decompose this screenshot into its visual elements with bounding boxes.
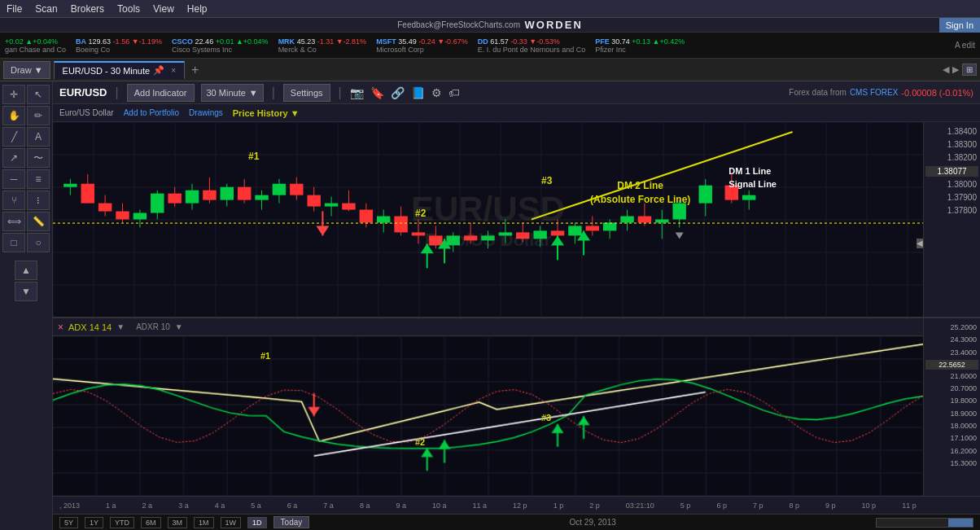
window-icon[interactable]: ⊞ (962, 64, 977, 76)
chart-icon3[interactable]: 🔗 (391, 86, 405, 99)
indicator-chart[interactable] (53, 336, 923, 496)
tab-close-button[interactable]: × (171, 66, 176, 75)
new-tab-button[interactable]: + (188, 63, 202, 77)
up-tool[interactable]: ▲ (15, 261, 37, 280)
time-label: 1 p (553, 502, 564, 510)
time-label: 12 p (513, 502, 527, 510)
add-to-portfolio-link[interactable]: Add to Portfolio (124, 108, 179, 117)
time-label: 4 a (215, 502, 225, 510)
ticker-item[interactable]: PFE 30.74 +0.13 ▲+0.42% Pfizer Inc (595, 37, 685, 54)
arrow-tool[interactable]: ↖ (27, 85, 50, 104)
chart-icon4[interactable]: 📘 (411, 86, 425, 99)
menu-tools[interactable]: Tools (117, 3, 140, 15)
feedback-email: Feedback@FreeStockCharts.com (397, 20, 520, 29)
chart-toolbar: EUR/USD | Add Indicator 30 Minute ▼ | Se… (53, 81, 980, 104)
line-tool[interactable]: ╱ (2, 127, 25, 147)
date-label: Oct 29, 2013 (570, 518, 616, 527)
drawings-link[interactable]: Drawings (189, 108, 223, 117)
ticker-item[interactable]: MSFT 35.49 -0.24 ▼-0.67% Microsoft Corp (376, 37, 468, 54)
time-label: 10 a (432, 502, 447, 510)
sign-in-button[interactable]: Sign In (939, 18, 980, 33)
chart-scrollbar[interactable] (876, 518, 973, 528)
draw-chevron-icon: ▼ (34, 65, 43, 75)
indicator-price-level: 18.0000 (924, 420, 980, 432)
time-labels: , 2013 1 a 2 a 3 a 4 a 5 a 6 a 7 a 8 a 9… (59, 502, 973, 510)
indicator-axis: 25.2000 24.3000 23.4000 22.5652 21.6000 … (923, 318, 980, 496)
time-axis: , 2013 1 a 2 a 3 a 4 a 5 a 6 a 7 a 8 a 9… (53, 496, 980, 514)
price-level: 1.38400 (924, 125, 980, 138)
ticker-item[interactable]: CSCO 22.46 +0.01 ▲+0.04% Cisco Systems I… (172, 37, 269, 54)
scrollbar-thumb[interactable] (948, 519, 973, 527)
nav-right-icon[interactable]: ▶ (952, 64, 959, 75)
add-indicator-button[interactable]: Add Indicator (127, 84, 195, 102)
indicator-price-level: 21.6000 (924, 370, 980, 383)
chart-icon6[interactable]: 🏷 (448, 86, 460, 99)
down-tool[interactable]: ▼ (15, 282, 37, 301)
menu-help[interactable]: Help (187, 3, 208, 15)
adxr-label: ADXR 10 (136, 322, 170, 331)
ticker-item[interactable]: DD 61.57 -0.33 ▼-0.53% E. I. du Pont de … (478, 37, 586, 54)
time-label: 9 p (825, 502, 836, 510)
fib-tool[interactable]: ⫶ (27, 191, 50, 210)
menu-view[interactable]: View (153, 3, 174, 15)
adx-chevron-icon[interactable]: ▼ (116, 322, 125, 331)
settings-button[interactable]: Settings (283, 84, 330, 102)
ticker-item[interactable]: BA 129.63 -1.56 ▼-1.19% Boeing Co (76, 37, 162, 54)
menu-scan[interactable]: Scan (35, 3, 57, 15)
price-level: 1.37900 (924, 191, 980, 204)
nav-left-icon[interactable]: ◀ (943, 64, 949, 75)
tab-icon: 📌 (153, 65, 164, 76)
time-label: 5 p (680, 502, 691, 510)
indicator-price-level: 16.2000 (924, 445, 980, 458)
period-1d[interactable]: 1D (247, 517, 267, 528)
rect-tool[interactable]: □ (2, 233, 25, 252)
time-label: 3 a (178, 502, 189, 510)
main-area: ✛ ↖ ✋ ✏ ╱ A ↗ 〜 ─ ≡ ⑂ ⫶ ⟺ 📏 □ ○ (0, 81, 980, 530)
channel-tool[interactable]: ≡ (27, 169, 50, 189)
chart-icon5[interactable]: ⚙ (431, 86, 442, 99)
menu-brokers[interactable]: Brokers (71, 3, 104, 15)
chart-tab[interactable]: EUR/USD - 30 Minute 📌 × (54, 61, 185, 79)
indicator-price-level: 17.1000 (924, 432, 980, 445)
price-history-chevron-icon: ▼ (291, 108, 300, 118)
period-6m[interactable]: 6M (141, 517, 161, 528)
chart-icon2[interactable]: 🔖 (370, 86, 384, 99)
axis-drag-handle[interactable]: ◀ (917, 239, 923, 248)
price-chart[interactable] (53, 122, 923, 317)
crosshair-tool[interactable]: ✛ (2, 85, 25, 104)
chart-icon1[interactable]: 📷 (350, 86, 364, 99)
price-history-dropdown[interactable]: Price History ▼ (233, 108, 300, 118)
ticker-item[interactable]: MRK 45.23 -1.31 ▼-2.81% Merck & Co (278, 37, 367, 54)
ticker-item[interactable]: +0.02 ▲+0.04% gan Chase and Co (5, 37, 66, 54)
period-1m[interactable]: 1M (194, 517, 214, 528)
period-5y[interactable]: 5Y (59, 517, 78, 528)
indicator-price-level: 24.3000 (924, 334, 980, 346)
canvas-container[interactable]: EUR/USD Euro/US Dollar DM 2 Line(Absolut… (53, 122, 923, 317)
move-tool[interactable]: ✋ (2, 106, 25, 125)
today-button[interactable]: Today (273, 516, 310, 528)
pitchfork-tool[interactable]: ⑂ (2, 191, 25, 210)
period-1y[interactable]: 1Y (85, 517, 103, 528)
ray-tool[interactable]: ↗ (2, 148, 25, 168)
text-tool[interactable]: A (27, 127, 50, 147)
indicator-current-price: 22.5652 (925, 360, 978, 370)
wave-tool[interactable]: 〜 (27, 148, 50, 168)
draw-button[interactable]: Draw ▼ (3, 61, 50, 79)
adxr-chevron-icon[interactable]: ▼ (175, 322, 183, 331)
horizontal-tool[interactable]: ─ (2, 169, 25, 189)
ruler-tool[interactable]: 📏 (27, 212, 50, 231)
timeframe-selector[interactable]: 30 Minute ▼ (201, 84, 264, 102)
draw-label: Draw (11, 65, 32, 75)
pencil-tool[interactable]: ✏ (27, 106, 50, 125)
indicator-close-button[interactable]: × (58, 322, 63, 333)
period-1w[interactable]: 1W (221, 517, 242, 528)
ellipse-tool[interactable]: ○ (27, 233, 50, 252)
time-label: 8 a (360, 502, 370, 510)
time-label: 8 p (789, 502, 799, 510)
adx-label: ADX 14 14 (68, 322, 112, 332)
period-3m[interactable]: 3M (168, 517, 188, 528)
period-ytd[interactable]: YTD (110, 517, 134, 528)
left-toolbar: ✛ ↖ ✋ ✏ ╱ A ↗ 〜 ─ ≡ ⑂ ⫶ ⟺ 📏 □ ○ (0, 81, 53, 530)
measure-tool[interactable]: ⟺ (2, 212, 25, 231)
menu-file[interactable]: File (7, 3, 22, 15)
